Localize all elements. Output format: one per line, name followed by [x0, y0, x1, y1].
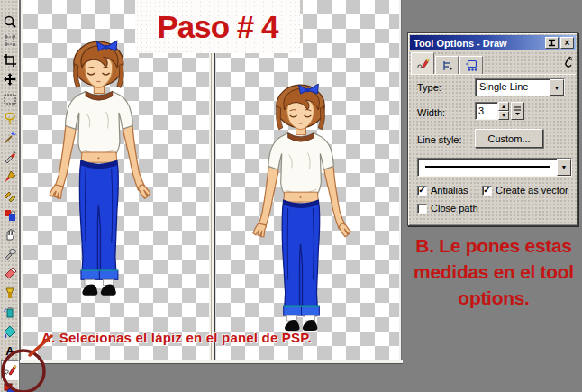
- canvas-bottom-border: [20, 360, 403, 364]
- picture-tube-icon: [3, 286, 17, 300]
- selection-marquee-icon: [3, 92, 17, 106]
- canvas-left-border: [20, 0, 23, 363]
- rollup-button[interactable]: [545, 37, 559, 49]
- step-banner-text: Paso # 4: [157, 9, 277, 45]
- pencil-tab-icon: [416, 57, 430, 70]
- freehand-selection-tool-button[interactable]: [1, 109, 19, 129]
- flood-fill-tool-button[interactable]: [1, 322, 19, 342]
- deformation-icon: [3, 33, 17, 48]
- type-dropdown-button[interactable]: ▼: [550, 79, 564, 96]
- slider-icon: [514, 105, 522, 116]
- spin-up-icon: ▲: [501, 104, 506, 109]
- girl-figure-left: [45, 40, 160, 303]
- line-style-sample: [418, 159, 557, 176]
- trowel-icon: [3, 247, 17, 261]
- airbrush-tool-button[interactable]: [1, 303, 19, 323]
- magic-wand-tool-button[interactable]: [1, 128, 19, 148]
- eyedropper-icon: [3, 150, 17, 164]
- spray-can-icon: [3, 305, 17, 319]
- type-label: Type:: [417, 82, 441, 93]
- line-style-dropdown-button[interactable]: ▼: [557, 159, 571, 176]
- dialog-tabs: [410, 51, 576, 75]
- paintbrush-icon: [3, 169, 17, 184]
- close-button[interactable]: ×: [560, 37, 574, 49]
- line-style-preview-combobox[interactable]: ▼: [417, 158, 572, 177]
- move-arrows-icon: [3, 72, 17, 87]
- pointing-hand-icon: [3, 227, 17, 242]
- create-as-vector-checkbox[interactable]: ✓ Create as vector: [482, 185, 568, 196]
- color-replacer-icon: [3, 208, 17, 223]
- cursor-options-icon: [441, 59, 453, 72]
- mover-tool-button[interactable]: [1, 70, 19, 90]
- psp-tutorial-screen: Paso # 4 A A. Selecionas el lápiz en el …: [0, 0, 582, 392]
- tool-options-dialog: Tool Options - Draw × Type: Single L: [407, 32, 578, 226]
- check-icon: ✓: [418, 187, 425, 194]
- chevron-down-icon: ▼: [554, 85, 560, 91]
- antialias-checkbox[interactable]: ✓ Antialias: [417, 185, 468, 196]
- lasso-icon: [3, 111, 17, 125]
- eraser-tool-button[interactable]: [1, 264, 19, 284]
- picture-tube-tool-button[interactable]: [1, 283, 19, 303]
- check-icon: ✓: [483, 187, 490, 194]
- width-spinner: 3 ▲ ▼: [475, 102, 524, 120]
- width-input[interactable]: 3: [475, 102, 498, 120]
- annotation-step-b: B. Le pones estas medidas en el tool opt…: [405, 232, 582, 311]
- crop-tool-button[interactable]: [1, 50, 19, 70]
- type-value: Single Line: [476, 79, 550, 96]
- rollup-icon: [548, 39, 556, 47]
- dropper-tool-button[interactable]: [1, 148, 19, 168]
- canvas-right-border: [399, 0, 403, 363]
- clone-brush-icon: [3, 188, 17, 203]
- annotation-step-b-line3: options.: [405, 285, 582, 311]
- type-combobox[interactable]: Single Line ▼: [475, 78, 565, 96]
- hook-icon: [560, 56, 573, 70]
- magnifier-icon: [3, 14, 17, 29]
- crop-icon: [3, 53, 17, 68]
- annotation-step-b-line1: B. Le pones estas: [405, 232, 582, 259]
- scratch-remover-tool-button[interactable]: [1, 244, 19, 264]
- close-path-label: Close path: [431, 203, 478, 214]
- width-spin-down-button[interactable]: ▼: [498, 111, 509, 120]
- color-replacer-tool-button[interactable]: [1, 205, 19, 225]
- node-options-icon: [465, 59, 478, 72]
- flood-fill-icon: [3, 324, 17, 339]
- red-connector-line: [27, 333, 54, 357]
- chevron-down-icon: ▼: [561, 164, 568, 170]
- tab-draw-options[interactable]: [411, 52, 434, 74]
- dialog-title: Tool Options - Draw: [414, 38, 543, 49]
- dialog-titlebar[interactable]: Tool Options - Draw ×: [410, 35, 576, 50]
- paintbrush-tool-button[interactable]: [1, 167, 19, 187]
- width-spin-up-button[interactable]: ▲: [498, 102, 509, 111]
- zoom-tool-button[interactable]: [1, 12, 19, 32]
- girl-figure-right: [249, 83, 360, 338]
- width-slider-button[interactable]: [511, 102, 524, 120]
- annotation-step-a: A. Selecionas el lápiz en el panel de PS…: [41, 330, 411, 345]
- tab-node-options[interactable]: [459, 56, 483, 74]
- width-label: Width:: [417, 107, 445, 118]
- clone-brush-tool-button[interactable]: [1, 187, 19, 206]
- eraser-icon: [3, 266, 17, 280]
- magic-wand-icon: [3, 131, 17, 145]
- line-style-label: Line style:: [417, 134, 462, 145]
- antialias-checkbox-box[interactable]: ✓: [417, 186, 427, 196]
- tool-palette: A: [0, 0, 20, 392]
- presets-hook-button[interactable]: [560, 56, 573, 74]
- spin-down-icon: ▼: [501, 113, 506, 118]
- create-as-vector-checkbox-box[interactable]: ✓: [482, 186, 492, 196]
- deformation-tool-button[interactable]: [1, 32, 19, 51]
- custom-line-style-button[interactable]: Custom...: [475, 129, 543, 148]
- canvas-divider: [209, 0, 216, 363]
- dialog-body: Type: Single Line ▼ Width: 3 ▲ ▼ Line st…: [410, 75, 576, 227]
- selection-tool-button[interactable]: [1, 89, 19, 109]
- retouch-tool-button[interactable]: [1, 225, 19, 245]
- step-banner: Paso # 4: [135, 0, 300, 53]
- close-path-checkbox-box[interactable]: [417, 204, 427, 214]
- close-icon: ×: [565, 39, 570, 48]
- tab-cursor-options[interactable]: [435, 56, 459, 74]
- close-path-checkbox[interactable]: Close path: [417, 203, 478, 214]
- annotation-step-b-line2: medidas en el tool: [405, 259, 582, 285]
- create-as-vector-label: Create as vector: [496, 185, 568, 196]
- antialias-label: Antialias: [431, 185, 468, 196]
